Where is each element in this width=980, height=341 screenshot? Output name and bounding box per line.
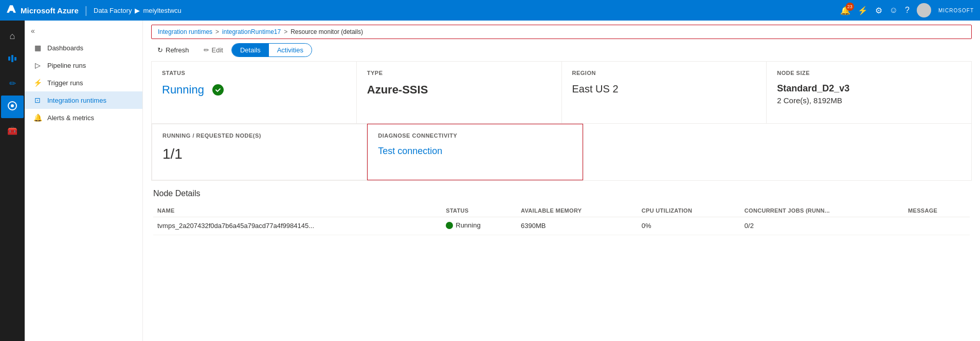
tab-details[interactable]: Details bbox=[232, 44, 269, 56]
card-status: STATUS Running bbox=[152, 62, 357, 123]
status-check-icon bbox=[212, 84, 224, 96]
row-name: tvmps_2a207432f0da7b6a45a79acd77a4f99841… bbox=[153, 217, 442, 235]
breadcrumb: Integration runtimes > integrationRuntim… bbox=[151, 25, 972, 39]
test-connection-link[interactable]: Test connection bbox=[378, 146, 442, 156]
data-factory-icon bbox=[7, 53, 17, 66]
breadcrumb-part1[interactable]: Integration runtimes bbox=[158, 28, 212, 35]
toolbar: ↻ Refresh ✏ Edit Details Activities bbox=[143, 39, 980, 61]
row-cpu: 0% bbox=[638, 217, 740, 235]
svg-point-4 bbox=[11, 104, 14, 107]
cards-row2: RUNNING / REQUESTED NODE(S) 1/1 DIAGNOSE… bbox=[151, 124, 972, 181]
card-running-nodes-label: RUNNING / REQUESTED NODE(S) bbox=[162, 132, 356, 139]
manage-icon: 🧰 bbox=[7, 126, 17, 136]
edit-button[interactable]: ✏ Edit bbox=[197, 44, 229, 56]
pipeline-runs-icon: ▷ bbox=[33, 61, 42, 69]
table-header-row: NAME STATUS AVAILABLE MEMORY CPU UTILIZA… bbox=[153, 204, 970, 217]
card-node-size-subvalue: 2 Core(s), 8192MB bbox=[777, 96, 961, 105]
sidebar-item-dashboards[interactable]: ▦ Dashboards bbox=[25, 39, 142, 56]
sidebar-icons: ⌂ ✏ 🧰 bbox=[0, 21, 25, 341]
top-bar-right: 🔔 23 ⚡ ⚙ ☺ ? MICROSOFT bbox=[840, 3, 974, 17]
top-breadcrumb-instance[interactable]: meiyltestwcu bbox=[143, 7, 181, 14]
edit-label: Edit bbox=[212, 46, 223, 54]
refresh-label: Refresh bbox=[166, 46, 189, 54]
sidebar-item-home[interactable]: ⌂ bbox=[1, 25, 24, 47]
table-row: tvmps_2a207432f0da7b6a45a79acd77a4f99841… bbox=[153, 217, 970, 235]
integration-runtimes-icon: ⊡ bbox=[33, 96, 42, 104]
settings-icon[interactable]: ⚙ bbox=[875, 6, 882, 15]
col-concurrent-jobs: CONCURRENT JOBS (RUNN... bbox=[740, 204, 904, 217]
green-status-dot bbox=[446, 222, 453, 229]
card-status-value: Running bbox=[162, 83, 204, 97]
top-breadcrumb: Data Factory ▶ meiyltestwcu bbox=[94, 7, 182, 14]
top-bar: Microsoft Azure | Data Factory ▶ meiylte… bbox=[0, 0, 980, 21]
card-node-size: NODE SIZE Standard_D2_v3 2 Core(s), 8192… bbox=[767, 62, 971, 123]
card-diagnose: DIAGNOSE CONNECTIVITY Test connection bbox=[367, 124, 583, 180]
row-status: Running bbox=[442, 217, 517, 235]
dashboards-icon: ▦ bbox=[33, 44, 42, 52]
author-icon: ✏ bbox=[9, 79, 16, 88]
col-message: MESSAGE bbox=[904, 204, 970, 217]
collapse-button[interactable]: « bbox=[31, 27, 35, 35]
card-region: REGION East US 2 bbox=[562, 62, 767, 123]
svg-rect-1 bbox=[11, 55, 13, 62]
main-content: Integration runtimes > integrationRuntim… bbox=[143, 21, 980, 341]
running-badge: Running bbox=[446, 221, 480, 229]
sidebar-item-author[interactable]: ✏ bbox=[1, 72, 24, 94]
node-details-table: NAME STATUS AVAILABLE MEMORY CPU UTILIZA… bbox=[153, 204, 970, 235]
card-type: TYPE Azure-SSIS bbox=[357, 62, 562, 123]
tab-group: Details Activities bbox=[231, 43, 312, 57]
card-type-label: TYPE bbox=[367, 70, 551, 76]
layout: ⌂ ✏ 🧰 « ▦ Dashboards ▷ Pipeline bbox=[0, 21, 980, 341]
node-details-title: Node Details bbox=[153, 189, 970, 198]
refresh-button[interactable]: ↻ Refresh bbox=[151, 44, 195, 56]
tab-activities[interactable]: Activities bbox=[269, 44, 312, 56]
sidebar-item-pipeline-runs-label: Pipeline runs bbox=[47, 62, 86, 69]
svg-rect-0 bbox=[8, 56, 10, 61]
brand-label: Microsoft Azure bbox=[21, 6, 79, 15]
card-running-nodes: RUNNING / REQUESTED NODE(S) 1/1 bbox=[152, 124, 367, 180]
breadcrumb-sep2: > bbox=[284, 28, 287, 35]
refresh-icon: ↻ bbox=[157, 46, 163, 54]
sidebar-item-data-factory[interactable] bbox=[1, 48, 24, 71]
alerts-metrics-icon: 🔔 bbox=[33, 113, 42, 122]
sidebar-item-dashboards-label: Dashboards bbox=[47, 44, 83, 52]
monitor-icon bbox=[7, 101, 17, 113]
sidebar-item-trigger-runs[interactable]: ⚡ Trigger runs bbox=[25, 74, 142, 91]
row-concurrent-jobs: 0/2 bbox=[740, 217, 904, 235]
sidebar-item-monitor[interactable] bbox=[1, 96, 24, 118]
top-breadcrumb-df[interactable]: Data Factory bbox=[94, 7, 132, 14]
left-nav: « ▦ Dashboards ▷ Pipeline runs ⚡ Trigger… bbox=[25, 21, 143, 341]
breadcrumb-part3: Resource monitor (details) bbox=[291, 28, 363, 35]
col-memory: AVAILABLE MEMORY bbox=[517, 204, 638, 217]
trigger-runs-icon: ⚡ bbox=[33, 79, 42, 87]
card-status-label: STATUS bbox=[162, 70, 346, 76]
smiley-icon[interactable]: ☺ bbox=[890, 6, 898, 15]
brand-separator: | bbox=[85, 5, 87, 16]
svg-rect-2 bbox=[14, 57, 16, 61]
cloud-shell-icon[interactable]: ⚡ bbox=[858, 6, 868, 15]
top-breadcrumb-arrow: ▶ bbox=[135, 7, 140, 14]
node-details-section: Node Details NAME STATUS AVAILABLE MEMOR… bbox=[143, 181, 980, 243]
row-status-label: Running bbox=[456, 221, 480, 229]
sidebar-item-pipeline-runs[interactable]: ▷ Pipeline runs bbox=[25, 56, 142, 74]
card-region-label: REGION bbox=[572, 70, 756, 76]
card-running-nodes-value: 1/1 bbox=[162, 146, 356, 162]
help-icon[interactable]: ? bbox=[905, 6, 910, 15]
col-cpu: CPU UTILIZATION bbox=[638, 204, 740, 217]
notifications-icon[interactable]: 🔔 23 bbox=[840, 6, 850, 15]
card-node-size-label: NODE SIZE bbox=[777, 70, 961, 76]
card-type-value: Azure-SSIS bbox=[367, 83, 551, 97]
row-memory: 6390MB bbox=[517, 217, 638, 235]
home-icon: ⌂ bbox=[10, 31, 15, 42]
card-region-value: East US 2 bbox=[572, 83, 756, 95]
avatar[interactable] bbox=[917, 3, 931, 17]
col-status: STATUS bbox=[442, 204, 517, 217]
sidebar-item-manage[interactable]: 🧰 bbox=[1, 119, 24, 142]
row-message bbox=[904, 217, 970, 235]
sidebar-item-alerts-metrics[interactable]: 🔔 Alerts & metrics bbox=[25, 109, 142, 126]
breadcrumb-part2[interactable]: integrationRuntime17 bbox=[222, 28, 281, 35]
azure-logo-icon bbox=[6, 4, 16, 17]
sidebar-item-alerts-metrics-label: Alerts & metrics bbox=[47, 114, 94, 122]
sidebar-item-integration-runtimes[interactable]: ⊡ Integration runtimes bbox=[25, 91, 142, 109]
cards-row: STATUS Running TYPE Azure-SSIS REGION Ea… bbox=[151, 61, 972, 124]
